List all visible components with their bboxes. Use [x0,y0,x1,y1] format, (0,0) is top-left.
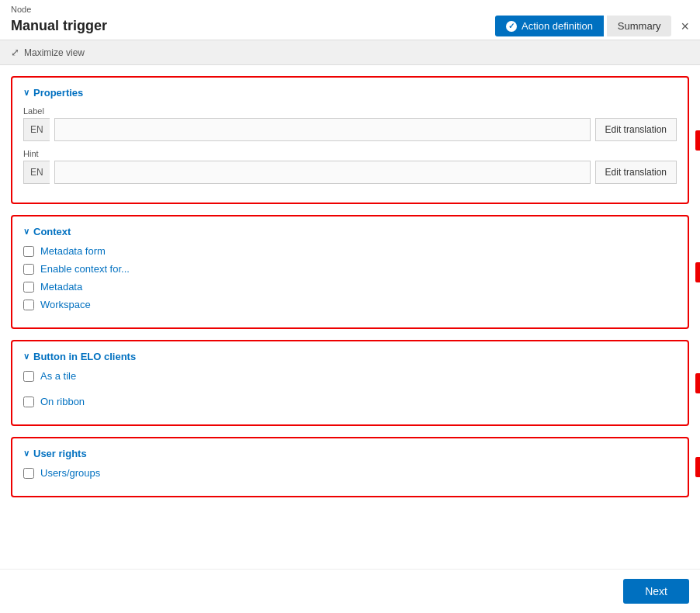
list-item: Metadata form [23,245,677,257]
label-input[interactable] [54,118,591,141]
button-elo-section: ∨ Button in ELO clients As a tile On rib… [11,340,689,426]
tab-summary[interactable]: Summary [607,16,672,36]
metadata-label: Metadata [40,281,82,293]
workspace-checkbox[interactable] [23,300,34,310]
list-item: Enable context for... [23,263,677,275]
properties-title: ∨ Properties [23,87,677,99]
enable-context-label: Enable context for... [40,263,130,275]
workspace-label: Workspace [40,299,91,310]
list-item: On ribbon [23,396,677,407]
maximize-icon: ⤢ [11,47,19,58]
list-item: Users/groups [23,467,677,479]
section-number-1: 1 [695,130,700,151]
on-ribbon-label: On ribbon [40,396,85,407]
chevron-down-icon: ∨ [23,88,29,98]
chevron-down-icon-user-rights: ∨ [23,448,29,459]
node-label: Node [11,5,689,14]
header: Node Manual trigger ✓ Action definition … [0,0,700,40]
label-field-label: Label [23,106,677,116]
main-content: ∨ Properties Label EN Edit translation H… [0,65,700,558]
enable-context-checkbox[interactable] [23,264,34,275]
maximize-label: Maximize view [24,47,85,58]
hint-edit-translation-button[interactable]: Edit translation [595,161,677,184]
label-edit-translation-button[interactable]: Edit translation [595,118,677,141]
header-tabs: ✓ Action definition Summary × [495,16,689,36]
as-a-tile-checkbox[interactable] [23,371,34,382]
label-field-row: EN Edit translation [23,118,677,141]
context-title: ∨ Context [23,226,677,237]
section-number-2: 2 [695,262,700,282]
as-a-tile-label: As a tile [40,370,76,382]
chevron-down-icon-elo: ∨ [23,352,29,362]
context-section: ∨ Context Metadata form Enable context f… [11,215,689,329]
footer: Next [0,569,700,613]
list-item: As a tile [23,370,677,382]
chevron-down-icon-context: ∨ [23,227,29,237]
label-field-group: Label EN Edit translation [23,106,677,141]
user-rights-title: ∨ User rights [23,448,677,459]
next-button[interactable]: Next [623,579,689,604]
on-ribbon-checkbox[interactable] [23,397,34,407]
hint-input[interactable] [54,161,591,184]
hint-lang-badge: EN [23,161,50,184]
page-title: Manual trigger [11,18,107,34]
button-elo-title: ∨ Button in ELO clients [23,351,677,362]
hint-field-label: Hint [23,149,677,158]
properties-section: ∨ Properties Label EN Edit translation H… [11,76,689,204]
close-button[interactable]: × [681,19,689,33]
metadata-checkbox[interactable] [23,282,34,293]
list-item: Workspace [23,299,677,310]
users-groups-label: Users/groups [40,467,100,479]
hint-field-row: EN Edit translation [23,161,677,184]
users-groups-checkbox[interactable] [23,468,34,479]
checkmark-icon: ✓ [506,21,517,32]
label-lang-badge: EN [23,118,50,141]
user-rights-section: ∨ User rights Users/groups 4 [11,437,689,497]
section-number-4: 4 [695,457,700,477]
metadata-form-checkbox[interactable] [23,246,34,257]
list-item: Metadata [23,281,677,293]
tab-action-definition[interactable]: ✓ Action definition [495,16,604,36]
section-number-3: 3 [695,373,700,393]
metadata-form-label: Metadata form [40,245,106,257]
hint-field-group: Hint EN Edit translation [23,149,677,184]
maximize-bar[interactable]: ⤢ Maximize view [0,40,700,65]
